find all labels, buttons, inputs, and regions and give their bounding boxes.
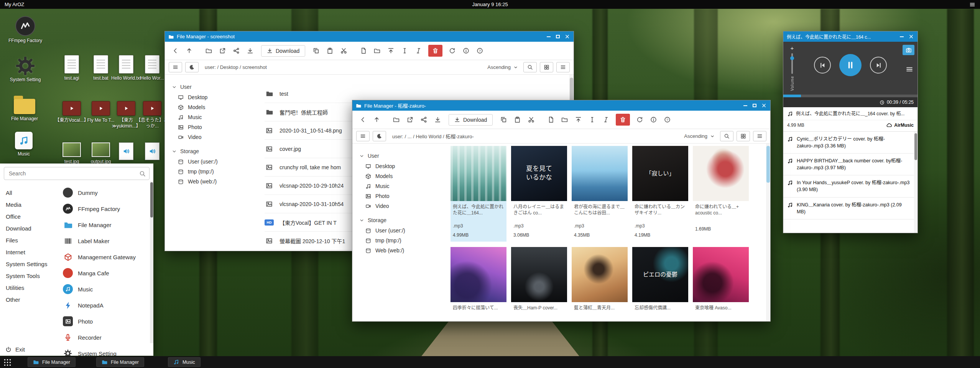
sidebar-item-tmp-drive[interactable]: tmp (tmp:/) bbox=[359, 236, 444, 245]
playlist-item[interactable]: In Your Hands＿yusukeP cover. by 柘榴-zakur… bbox=[783, 175, 918, 197]
file-tile[interactable]: 「寂しい」 命に嫌われている＿カンザキイオリ....mp34.19MB bbox=[632, 146, 688, 242]
sidebar-storage-header[interactable]: Storage bbox=[172, 146, 257, 157]
maximize-button[interactable] bbox=[751, 103, 758, 109]
file-tile[interactable]: 君が夜の海に還るまで＿こんにちは谷田....mp34.35MB bbox=[572, 146, 628, 242]
desktop-icon-music[interactable]: Music bbox=[4, 132, 44, 157]
dark-mode-toggle[interactable] bbox=[185, 62, 199, 72]
sidebar-toggle-button[interactable] bbox=[356, 131, 370, 141]
playlist-item[interactable]: Cynic＿ポリスピカデリー cover. by 柘榴-zakuro-.mp3 … bbox=[783, 132, 918, 154]
search-input[interactable] bbox=[4, 167, 150, 180]
sidebar-toggle-button[interactable] bbox=[169, 62, 182, 72]
sidebar-item-models[interactable]: Models bbox=[359, 171, 444, 181]
open-external-button[interactable] bbox=[404, 114, 416, 126]
grid-view-button[interactable] bbox=[737, 131, 750, 141]
download-icon-button[interactable] bbox=[432, 114, 444, 126]
back-button[interactable] bbox=[169, 45, 181, 57]
launcher-app-management-gateway[interactable]: Management Gateway bbox=[58, 249, 153, 265]
launcher-app-dummy[interactable]: Dummy bbox=[58, 185, 153, 201]
category-other[interactable]: Other bbox=[0, 294, 58, 306]
rename-button[interactable] bbox=[586, 114, 598, 126]
maximize-button[interactable] bbox=[555, 34, 561, 40]
cut-button[interactable] bbox=[525, 114, 537, 126]
sidebar-item-user-drive[interactable]: User (user:/) bbox=[172, 157, 257, 167]
airmusic-badge[interactable]: AirMusic bbox=[886, 123, 914, 128]
minimize-button[interactable] bbox=[899, 34, 905, 40]
category-all[interactable]: All bbox=[0, 187, 58, 199]
app-grid-button[interactable] bbox=[3, 358, 12, 366]
title-bar[interactable]: File Manager - screenshot bbox=[165, 31, 574, 42]
sidebar-item-tmp-drive[interactable]: tmp (tmp:/) bbox=[172, 167, 257, 177]
close-button[interactable] bbox=[908, 34, 914, 40]
sidebar-item-video[interactable]: Video bbox=[172, 132, 257, 142]
upload-button[interactable] bbox=[385, 45, 397, 57]
info-button[interactable] bbox=[648, 114, 659, 126]
sidebar-item-models[interactable]: Models bbox=[172, 102, 257, 112]
sidebar-item-user-drive[interactable]: User (user:/) bbox=[359, 226, 444, 236]
category-utilities[interactable]: Utilities bbox=[0, 282, 58, 294]
taskbar-item-file-manager-2[interactable]: File Manager bbox=[96, 357, 144, 367]
launcher-app-recorder[interactable]: Recorder bbox=[58, 329, 153, 345]
sidebar-item-music[interactable]: Music bbox=[359, 181, 444, 191]
previous-track-button[interactable] bbox=[814, 57, 831, 74]
cast-button[interactable] bbox=[903, 45, 914, 55]
category-system-tools[interactable]: System Tools bbox=[0, 270, 58, 282]
trash-button[interactable] bbox=[428, 45, 442, 57]
sort-dropdown[interactable]: Ascending bbox=[684, 133, 715, 139]
grid-view-button[interactable] bbox=[540, 62, 553, 72]
new-file-button[interactable] bbox=[545, 114, 557, 126]
system-brand[interactable]: My ArOZ bbox=[5, 2, 24, 7]
sidebar-item-web-drive[interactable]: Web (web:/) bbox=[359, 245, 444, 255]
category-internet[interactable]: Internet bbox=[0, 246, 58, 258]
cut-button[interactable] bbox=[338, 45, 350, 57]
open-folder-button[interactable] bbox=[390, 114, 402, 126]
help-button[interactable] bbox=[661, 114, 673, 126]
file-tile[interactable]: 藍と薄紅＿青天月... bbox=[572, 247, 628, 321]
properties-button[interactable] bbox=[413, 45, 424, 57]
list-view-button[interactable] bbox=[556, 62, 570, 72]
scrollbar[interactable] bbox=[914, 132, 918, 233]
launcher-app-notepada[interactable]: NotepadA bbox=[58, 297, 153, 313]
file-tile[interactable]: ピエロの憂鬱忘却感傷代償講... bbox=[632, 247, 688, 321]
search-button[interactable] bbox=[523, 62, 537, 72]
sidebar-item-photo[interactable]: Photo bbox=[359, 191, 444, 201]
list-view-button[interactable] bbox=[753, 131, 766, 141]
category-files[interactable]: Files bbox=[0, 234, 58, 246]
download-button[interactable]: Download bbox=[261, 45, 305, 57]
sidebar-user-header[interactable]: User bbox=[359, 150, 444, 161]
file-tile-selected[interactable]: 例えば、今此処に置かれた花に＿164....mp34.99MB bbox=[451, 146, 506, 242]
playlist-menu-button[interactable] bbox=[906, 65, 913, 73]
open-external-button[interactable] bbox=[217, 45, 229, 57]
file-tile[interactable]: 夏を見て いるかな 八月のレイニー＿はるまきごはん co....mp33.06M… bbox=[511, 146, 567, 242]
share-button[interactable] bbox=[230, 45, 242, 57]
sort-dropdown[interactable]: Ascending bbox=[487, 64, 518, 70]
category-office[interactable]: Office bbox=[0, 211, 58, 222]
share-button[interactable] bbox=[418, 114, 430, 126]
launcher-app-music[interactable]: Music bbox=[58, 281, 153, 297]
up-button[interactable] bbox=[183, 45, 195, 57]
category-media[interactable]: Media bbox=[0, 199, 58, 211]
paste-button[interactable] bbox=[511, 114, 523, 126]
close-button[interactable] bbox=[761, 103, 767, 109]
scrollbar[interactable] bbox=[766, 144, 770, 321]
upload-button[interactable] bbox=[572, 114, 584, 126]
desktop-icon-system-setting[interactable]: System Setting bbox=[5, 57, 45, 83]
back-button[interactable] bbox=[357, 114, 369, 126]
new-folder-button[interactable] bbox=[559, 114, 571, 126]
taskbar-item-file-manager[interactable]: File Manager bbox=[28, 357, 76, 367]
help-button[interactable] bbox=[474, 45, 486, 57]
taskbar-item-music[interactable]: Music bbox=[168, 357, 201, 367]
minimize-button[interactable] bbox=[742, 103, 748, 109]
sidebar-item-desktop[interactable]: Desktop bbox=[172, 92, 257, 102]
sidebar-item-photo[interactable]: Photo bbox=[172, 122, 257, 132]
up-button[interactable] bbox=[371, 114, 383, 126]
sidebar-item-video[interactable]: Video bbox=[359, 201, 444, 211]
refresh-button[interactable] bbox=[446, 45, 458, 57]
launcher-app-ffmpeg-factory[interactable]: FFmpeg Factory bbox=[58, 201, 153, 217]
sidebar-user-header[interactable]: User bbox=[172, 82, 257, 92]
paste-button[interactable] bbox=[324, 45, 336, 57]
topbar-menu-button[interactable] bbox=[969, 2, 975, 8]
breadcrumb[interactable]: user: / Desktop / screenshot bbox=[202, 64, 484, 70]
open-folder-button[interactable] bbox=[203, 45, 215, 57]
pause-button[interactable] bbox=[839, 54, 862, 76]
dark-mode-toggle[interactable] bbox=[373, 131, 386, 141]
